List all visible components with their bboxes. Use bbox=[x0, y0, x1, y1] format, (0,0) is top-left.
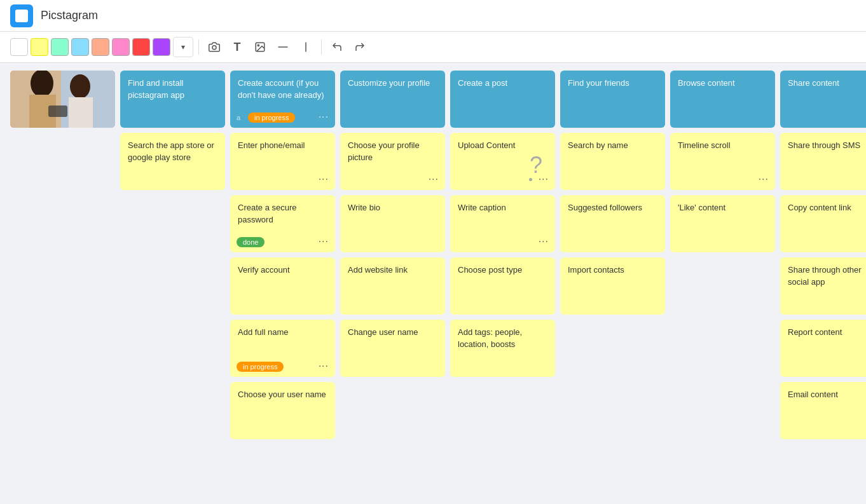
column-share-content: Share content Share through SMS ··· Copy… bbox=[780, 71, 866, 444]
header-create-account[interactable]: Create account (if you don't have one al… bbox=[230, 71, 335, 128]
hero-image bbox=[10, 71, 115, 128]
header-find-friends[interactable]: Find your friends bbox=[560, 71, 665, 128]
card-timeline-scroll[interactable]: Timeline scroll ··· bbox=[670, 133, 775, 190]
header-customize-profile[interactable]: Customize your profile bbox=[340, 71, 445, 128]
card-website-link[interactable]: Add website link bbox=[340, 257, 445, 315]
color-purple[interactable] bbox=[153, 38, 170, 56]
column-browse-content: Browse content Timeline scroll ··· 'Like… bbox=[670, 71, 775, 257]
color-dropdown[interactable]: ▾ bbox=[173, 37, 193, 57]
header-create-post[interactable]: Create a post bbox=[450, 71, 555, 128]
color-red[interactable] bbox=[132, 38, 150, 56]
card-search-by-name-title: Search by name bbox=[568, 140, 628, 150]
card-add-tags-title: Add tags: people, location, boosts bbox=[458, 327, 522, 349]
card-search-appstore-title: Search the app store or google play stor… bbox=[128, 140, 214, 162]
card-timeline-scroll-menu[interactable]: ··· bbox=[759, 174, 769, 185]
color-peach[interactable] bbox=[92, 38, 109, 56]
card-like-content[interactable]: 'Like' content bbox=[670, 195, 775, 252]
card-add-tags[interactable]: Add tags: people, location, boosts bbox=[450, 320, 555, 377]
column-image bbox=[10, 71, 115, 133]
header-find-install-title: Find and install picstagram app bbox=[128, 78, 184, 100]
logo[interactable] bbox=[10, 4, 33, 27]
card-email-content[interactable]: Email content bbox=[780, 382, 866, 439]
card-enter-phone-title: Enter phone/email bbox=[238, 140, 305, 150]
redo-button[interactable] bbox=[350, 37, 370, 57]
svg-point-2 bbox=[258, 44, 259, 46]
card-add-fullname-menu[interactable]: ··· bbox=[319, 360, 329, 372]
card-verify-account-title: Verify account bbox=[238, 265, 290, 275]
card-create-password-badge: done bbox=[237, 237, 265, 247]
divider-tool[interactable] bbox=[296, 37, 316, 57]
card-share-sms-title: Share through SMS bbox=[788, 140, 860, 150]
color-pink[interactable] bbox=[112, 38, 130, 56]
card-upload-content-menu[interactable]: ··· bbox=[539, 174, 549, 185]
card-add-fullname-badge: in progress bbox=[237, 362, 284, 372]
card-share-social-title: Share through other social app bbox=[788, 265, 862, 287]
card-write-caption-menu[interactable]: ··· bbox=[539, 236, 549, 247]
card-import-contacts[interactable]: Import contacts bbox=[560, 257, 665, 315]
card-timeline-scroll-title: Timeline scroll bbox=[678, 140, 731, 150]
column-create-account: Create account (if you don't have one al… bbox=[230, 71, 335, 444]
card-search-appstore[interactable]: Search the app store or google play stor… bbox=[120, 133, 225, 190]
card-suggested-followers-title: Suggested followers bbox=[568, 203, 642, 212]
card-write-caption-title: Write caption bbox=[458, 203, 506, 212]
card-profile-picture[interactable]: Choose your profile picture ··· bbox=[340, 133, 445, 190]
card-copy-link-title: Copy content link bbox=[788, 203, 851, 212]
card-email-content-title: Email content bbox=[788, 390, 838, 399]
card-copy-link[interactable]: Copy content link bbox=[780, 195, 866, 252]
camera-tool[interactable] bbox=[204, 37, 224, 57]
card-choose-post-type-title: Choose post type bbox=[458, 265, 522, 275]
toolbar: ▾ T bbox=[0, 32, 866, 63]
header-create-account-badge: in progress bbox=[248, 112, 295, 123]
card-share-social[interactable]: Share through other social app bbox=[780, 257, 866, 315]
header-find-friends-title: Find your friends bbox=[568, 78, 629, 88]
header-browse-content[interactable]: Browse content bbox=[670, 71, 775, 128]
card-choose-username[interactable]: Choose your user name bbox=[230, 382, 335, 439]
card-change-username[interactable]: Change user name bbox=[340, 320, 445, 377]
card-share-sms[interactable]: Share through SMS ··· bbox=[780, 133, 866, 190]
card-report-content[interactable]: Report content bbox=[780, 320, 866, 377]
header-create-account-number: a bbox=[237, 114, 240, 121]
board: Find and install picstagram app Search t… bbox=[0, 63, 866, 452]
card-verify-account[interactable]: Verify account bbox=[230, 257, 335, 315]
header-find-install[interactable]: Find and install picstagram app bbox=[120, 71, 225, 128]
color-yellow[interactable] bbox=[31, 38, 48, 56]
color-green[interactable] bbox=[51, 38, 69, 56]
card-write-bio-title: Write bio bbox=[348, 203, 380, 212]
card-search-by-name[interactable]: Search by name bbox=[560, 133, 665, 190]
app-title: Picstagram bbox=[41, 9, 98, 22]
card-website-link-title: Add website link bbox=[348, 265, 408, 275]
card-write-bio[interactable]: Write bio bbox=[340, 195, 445, 252]
svg-point-0 bbox=[212, 46, 216, 50]
undo-button[interactable] bbox=[327, 37, 347, 57]
card-suggested-followers[interactable]: Suggested followers bbox=[560, 195, 665, 252]
header-share-content[interactable]: Share content bbox=[780, 71, 866, 128]
card-profile-picture-menu[interactable]: ··· bbox=[429, 174, 439, 185]
column-create-post: Create a post Upload Content ? ··· Write… bbox=[450, 71, 555, 382]
color-lightblue[interactable] bbox=[71, 38, 89, 56]
card-report-content-title: Report content bbox=[788, 327, 842, 337]
card-upload-content[interactable]: Upload Content ? ··· bbox=[450, 133, 555, 190]
card-add-fullname[interactable]: Add full name in progress ··· bbox=[230, 320, 335, 377]
text-tool[interactable]: T bbox=[227, 37, 247, 57]
line-tool[interactable] bbox=[273, 37, 293, 57]
separator-2 bbox=[321, 39, 322, 55]
card-create-password-menu[interactable]: ··· bbox=[319, 236, 329, 247]
card-choose-post-type[interactable]: Choose post type bbox=[450, 257, 555, 315]
card-create-password[interactable]: Create a secure password done ··· bbox=[230, 195, 335, 252]
svg-rect-12 bbox=[48, 106, 67, 117]
svg-point-10 bbox=[70, 74, 90, 99]
card-enter-phone[interactable]: Enter phone/email ··· bbox=[230, 133, 335, 190]
svg-rect-11 bbox=[69, 97, 93, 128]
card-change-username-title: Change user name bbox=[348, 327, 418, 337]
card-enter-phone-menu[interactable]: ··· bbox=[319, 174, 329, 185]
image-tool[interactable] bbox=[250, 37, 270, 57]
column-find-install: Find and install picstagram app Search t… bbox=[120, 71, 225, 195]
hero-image-inner bbox=[10, 71, 115, 128]
card-like-content-title: 'Like' content bbox=[678, 203, 725, 212]
card-write-caption[interactable]: Write caption ··· bbox=[450, 195, 555, 252]
card-create-password-title: Create a secure password bbox=[238, 203, 297, 224]
color-white[interactable] bbox=[10, 38, 28, 56]
header-create-account-menu[interactable]: ··· bbox=[319, 111, 329, 123]
svg-point-8 bbox=[31, 71, 53, 97]
card-choose-username-title: Choose your user name bbox=[238, 390, 326, 399]
